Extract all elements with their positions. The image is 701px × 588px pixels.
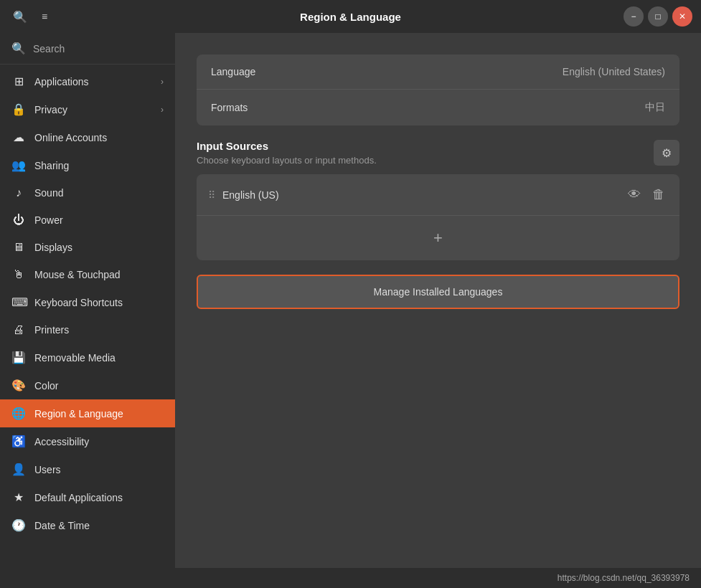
sidebar-item-label: Online Accounts — [34, 132, 164, 143]
clock-icon: 🕐 — [11, 518, 26, 532]
sidebar-item-label: Accessibility — [34, 436, 164, 447]
drag-handle-icon[interactable]: ⠿ — [208, 189, 215, 201]
maximize-button[interactable]: □ — [648, 6, 668, 27]
titlebar-search-button[interactable]: 🔍 — [9, 7, 32, 27]
input-sources-title-group: Input Sources Choose keyboard layouts or… — [197, 140, 377, 166]
sidebar-item-applications[interactable]: ⊞ Applications › — [0, 67, 175, 95]
language-formats-card: Language English (United States) Formats… — [197, 54, 679, 125]
sidebar-item-users[interactable]: 👤 Users — [0, 455, 175, 483]
sidebar-item-label: Color — [34, 380, 164, 392]
input-sources-title: Input Sources — [197, 140, 377, 152]
sidebar-item-label: Power — [34, 214, 164, 226]
manage-languages-button[interactable]: Manage Installed Languages — [197, 275, 679, 309]
sidebar-item-label: Displays — [34, 242, 164, 253]
color-icon: 🎨 — [11, 379, 26, 392]
sound-icon: ♪ — [11, 186, 26, 199]
add-input-source-button[interactable]: + — [425, 226, 451, 250]
input-sources-subtitle: Choose keyboard layouts or input methods… — [197, 155, 377, 166]
gear-icon: ⚙ — [662, 146, 672, 160]
sidebar-item-label: Sound — [34, 187, 164, 199]
sidebar-item-label: Keyboard Shortcuts — [34, 297, 164, 308]
sidebar-item-color[interactable]: 🎨 Color — [0, 371, 175, 399]
accessibility-icon: ♿ — [11, 435, 26, 448]
cloud-icon: ☁ — [11, 131, 26, 144]
input-sources-header: Input Sources Choose keyboard layouts or… — [197, 140, 679, 166]
sidebar-item-power[interactable]: ⏻ Power — [0, 207, 175, 234]
trash-icon: 🗑 — [652, 187, 665, 202]
sidebar-item-label: Date & Time — [34, 520, 164, 531]
sidebar-item-privacy[interactable]: 🔒 Privacy › — [0, 95, 175, 123]
sharing-icon: 👥 — [11, 158, 26, 172]
sidebar-item-removable-media[interactable]: 💾 Removable Media — [0, 343, 175, 371]
formats-value: 中日 — [645, 101, 665, 114]
sidebar-item-sharing[interactable]: 👥 Sharing — [0, 151, 175, 179]
sidebar-item-label: Applications — [34, 76, 152, 87]
sidebar-item-label: Privacy — [34, 104, 152, 115]
applications-icon: ⊞ — [11, 75, 26, 88]
sidebar-item-displays[interactable]: 🖥 Displays — [0, 234, 175, 261]
delete-input-source-button[interactable]: 🗑 — [649, 184, 668, 205]
sidebar-divider — [0, 64, 175, 65]
language-row[interactable]: Language English (United States) — [197, 54, 679, 89]
statusbar: https://blog.csdn.net/qq_36393978 — [0, 568, 701, 588]
removable-media-icon: 💾 — [11, 351, 26, 364]
sidebar-item-default-applications[interactable]: ★ Default Applications — [0, 483, 175, 511]
sidebar-item-keyboard-shortcuts[interactable]: ⌨ Keyboard Shortcuts — [0, 288, 175, 316]
sidebar-item-label: Users — [34, 464, 164, 475]
input-source-name: English (US) — [222, 189, 618, 201]
titlebar-menu-button[interactable]: ≡ — [37, 8, 52, 25]
sidebar-item-accessibility[interactable]: ♿ Accessibility — [0, 427, 175, 455]
preview-input-source-button[interactable]: 👁 — [625, 184, 644, 205]
sidebar-item-label: Default Applications — [34, 492, 164, 503]
keyboard-icon: ⌨ — [11, 295, 26, 309]
display-icon: 🖥 — [11, 241, 26, 254]
sidebar-item-label: Mouse & Touchpad — [34, 269, 164, 280]
minimize-button[interactable]: − — [624, 6, 644, 27]
power-icon: ⏻ — [11, 214, 26, 227]
formats-label: Formats — [211, 102, 248, 113]
add-source-row: + — [197, 215, 679, 260]
sidebar-item-region-language[interactable]: 🌐 Region & Language — [0, 399, 175, 427]
search-icon: 🔍 — [11, 42, 26, 55]
chevron-right-icon: › — [161, 77, 164, 87]
titlebar: 🔍 ≡ Region & Language − □ ✕ — [0, 0, 701, 33]
titlebar-controls: − □ ✕ — [624, 6, 692, 27]
input-source-actions: 👁 🗑 — [625, 184, 668, 205]
titlebar-title: Region & Language — [300, 11, 401, 23]
main-layout: 🔍 Search ⊞ Applications › 🔒 Privacy › ☁ … — [0, 33, 701, 568]
star-icon: ★ — [11, 490, 26, 504]
sidebar-item-label: Region & Language — [34, 408, 164, 419]
sidebar-item-online-accounts[interactable]: ☁ Online Accounts — [0, 123, 175, 151]
sidebar-item-date-time[interactable]: 🕐 Date & Time — [0, 511, 175, 539]
language-value: English (United States) — [563, 66, 665, 77]
titlebar-left: 🔍 ≡ — [9, 7, 52, 27]
printer-icon: 🖨 — [11, 323, 26, 336]
mouse-icon: 🖱 — [11, 268, 26, 281]
formats-row[interactable]: Formats 中日 — [197, 89, 679, 125]
content-area: Language English (United States) Formats… — [175, 33, 701, 568]
sidebar: 🔍 Search ⊞ Applications › 🔒 Privacy › ☁ … — [0, 33, 175, 568]
language-label: Language — [211, 66, 255, 77]
eye-icon: 👁 — [628, 187, 641, 202]
sidebar-item-label: Printers — [34, 324, 164, 336]
sidebar-item-sound[interactable]: ♪ Sound — [0, 179, 175, 207]
sidebar-item-label: Removable Media — [34, 352, 164, 364]
input-sources-gear-button[interactable]: ⚙ — [654, 140, 679, 166]
chevron-right-icon: › — [161, 105, 164, 115]
sidebar-item-printers[interactable]: 🖨 Printers — [0, 316, 175, 343]
input-source-card: ⠿ English (US) 👁 🗑 + — [197, 174, 679, 260]
globe-icon: 🌐 — [11, 407, 26, 420]
statusbar-url: https://blog.csdn.net/qq_36393978 — [557, 573, 690, 583]
search-label: Search — [33, 43, 164, 54]
sidebar-search[interactable]: 🔍 Search — [0, 36, 175, 61]
lock-icon: 🔒 — [11, 103, 26, 116]
sidebar-item-label: Sharing — [34, 160, 164, 171]
users-icon: 👤 — [11, 463, 26, 476]
close-button[interactable]: ✕ — [672, 6, 692, 27]
input-source-row: ⠿ English (US) 👁 🗑 — [197, 174, 679, 215]
sidebar-item-mouse-touchpad[interactable]: 🖱 Mouse & Touchpad — [0, 261, 175, 288]
